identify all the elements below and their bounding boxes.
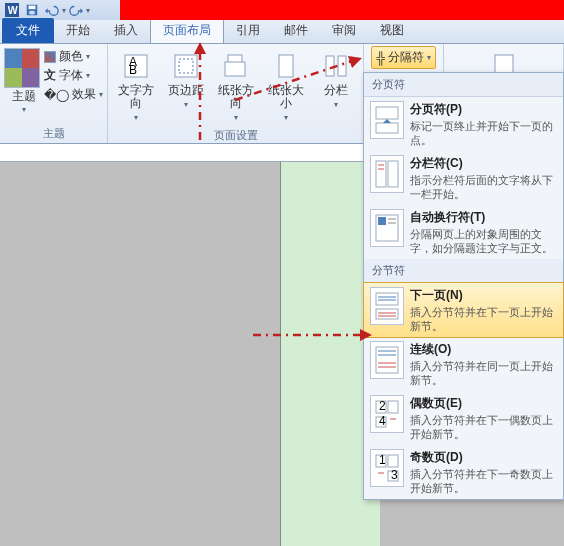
size-icon [270,50,302,82]
save-icon[interactable] [23,1,41,19]
text-wrap-icon [370,209,404,247]
tab-view[interactable]: 视图 [368,18,416,43]
svg-rect-4 [29,11,34,15]
columns-icon [320,50,352,82]
dd-text-wrap-break[interactable]: 自动换行符(T)分隔网页上的对象周围的文字，如分隔题注文字与正文。 [364,205,563,259]
qat-customize-icon[interactable]: ▾ [86,6,90,15]
group-label-themes: 主题 [43,124,65,141]
chevron-down-icon: ▾ [22,105,26,114]
orientation-icon [220,50,252,82]
tab-mailings[interactable]: 邮件 [272,18,320,43]
svg-text:B: B [129,63,137,77]
theme-colors-button[interactable]: 颜色▾ [44,48,103,65]
continuous-icon [370,341,404,379]
undo-icon[interactable] [43,1,61,19]
dd-header-page-breaks: 分页符 [364,73,563,97]
undo-chevron-icon[interactable]: ▾ [62,6,66,15]
effects-icon: �◯ [44,88,69,102]
theme-fonts-button[interactable]: 文字体▾ [44,67,103,84]
themes-label: 主题 [12,88,36,105]
svg-marker-6 [80,8,83,13]
svg-text:3: 3 [391,468,398,482]
margins-button[interactable]: 页边距▾ [162,48,210,126]
text-direction-button[interactable]: AB 文字方向▾ [112,48,160,126]
svg-rect-3 [29,6,36,10]
next-page-icon [370,287,404,325]
ribbon-tabs: 文件 开始 插入 页面布局 引用 邮件 审阅 视图 [0,20,564,44]
columns-button[interactable]: 分栏▾ [312,48,360,126]
tab-references[interactable]: 引用 [224,18,272,43]
dd-odd-page[interactable]: 13 奇数页(D)插入分节符并在下一奇数页上开始新节。 [364,445,563,499]
column-break-icon [370,155,404,193]
svg-text:W: W [8,4,18,16]
tab-home[interactable]: 开始 [54,18,102,43]
themes-button[interactable]: 主题 ▾ [4,48,44,114]
group-themes: 主题 ▾ 颜色▾ 文字体▾ �◯效果▾ 主题 [0,44,108,143]
svg-rect-32 [376,309,398,319]
title-bar: W ▾ ▾ [0,0,564,20]
svg-rect-13 [225,62,245,76]
svg-rect-18 [376,107,398,119]
svg-rect-14 [279,55,293,77]
svg-rect-16 [338,56,346,76]
margins-icon [170,50,202,82]
svg-rect-48 [388,455,398,467]
title-redacted [120,0,564,20]
svg-rect-19 [376,123,398,133]
colors-icon [44,51,56,63]
dd-even-page[interactable]: 24 偶数页(E)插入分节符并在下一偶数页上开始新节。 [364,391,563,445]
theme-effects-button[interactable]: �◯效果▾ [44,86,103,103]
themes-icon [4,48,40,88]
tab-insert[interactable]: 插入 [102,18,150,43]
svg-rect-29 [376,293,398,305]
svg-rect-15 [326,56,334,76]
word-icon: W [3,1,21,19]
dd-column-break[interactable]: 分栏符(C)指示分栏符后面的文字将从下一栏开始。 [364,151,563,205]
dd-next-page[interactable]: 下一页(N)插入分节符并在下一页上开始新节。 [363,282,564,338]
svg-marker-5 [45,8,48,13]
fonts-icon: 文 [44,67,56,84]
svg-text:2: 2 [379,399,386,413]
even-page-icon: 24 [370,395,404,433]
svg-marker-20 [383,119,391,123]
dd-header-section-breaks: 分节符 [364,259,563,283]
dd-continuous[interactable]: 连续(O)插入分节符并在同一页上开始新节。 [364,337,563,391]
svg-text:4: 4 [379,414,386,428]
tab-file[interactable]: 文件 [2,18,54,43]
svg-rect-22 [388,161,398,187]
odd-page-icon: 13 [370,449,404,487]
svg-text:1: 1 [379,453,386,467]
svg-rect-26 [378,217,386,225]
group-page-setup: AB 文字方向▾ 页边距▾ 纸张方向▾ 纸张大小▾ 分栏▾ 页面设置 [108,44,364,143]
breaks-icon: ╬ [376,51,385,65]
group-label-pagesetup: 页面设置 [214,126,258,143]
svg-rect-10 [175,55,197,77]
breaks-dropdown: 分页符 分页符(P)标记一页终止并开始下一页的点。 分栏符(C)指示分栏符后面的… [363,72,564,500]
page-break-icon [370,101,404,139]
svg-rect-42 [388,401,398,413]
breaks-button[interactable]: ╬分隔符▾ [371,46,436,69]
orientation-button[interactable]: 纸张方向▾ [212,48,260,126]
size-button[interactable]: 纸张大小▾ [262,48,310,126]
redo-icon[interactable] [67,1,85,19]
dd-page-break[interactable]: 分页符(P)标记一页终止并开始下一页的点。 [364,97,563,151]
text-direction-icon: AB [120,50,152,82]
tab-review[interactable]: 审阅 [320,18,368,43]
tab-page-layout[interactable]: 页面布局 [150,17,224,43]
